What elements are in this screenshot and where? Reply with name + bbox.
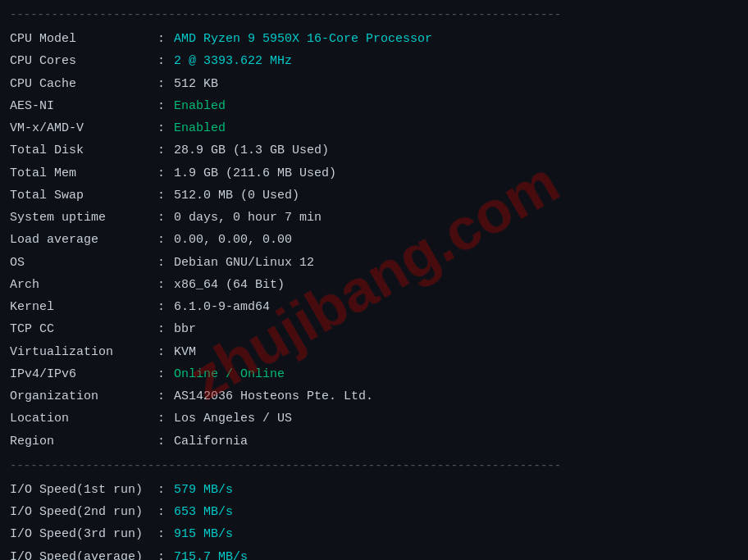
io-speed-table: I/O Speed(1st run): 579 MB/sI/O Speed(2n…: [0, 476, 748, 560]
row-label: Arch: [10, 275, 157, 294]
row-value: AS142036 Hosteons Pte. Ltd.: [174, 387, 373, 406]
row-colon: :: [157, 97, 169, 116]
row-label: I/O Speed(1st run): [10, 480, 157, 499]
row-label: IPv4/IPv6: [10, 365, 157, 384]
row-label: Kernel: [10, 298, 157, 316]
row-colon: :: [157, 208, 169, 227]
row-label: Region: [10, 432, 157, 451]
table-row: Arch: x86_64 (64 Bit): [10, 274, 738, 296]
row-value: 2 @ 3393.622 MHz: [174, 52, 292, 71]
row-colon: :: [157, 298, 169, 316]
table-row: Total Swap: 512.0 MB (0 Used): [10, 184, 738, 207]
table-row: CPU Model: AMD Ryzen 9 5950X 16-Core Pro…: [10, 28, 738, 50]
row-colon: :: [157, 432, 169, 451]
system-info-table: CPU Model: AMD Ryzen 9 5950X 16-Core Pro…: [0, 25, 748, 456]
row-colon: :: [157, 480, 169, 499]
row-colon: :: [157, 141, 169, 160]
middle-divider: ----------------------------------------…: [0, 456, 748, 476]
row-colon: :: [157, 343, 169, 362]
table-row: Load average: 0.00, 0.00, 0.00: [10, 229, 738, 251]
row-value: 28.9 GB (1.3 GB Used): [174, 141, 329, 160]
table-row: TCP CC: bbr: [10, 318, 738, 340]
row-label: Load average: [10, 230, 157, 249]
row-value: 915 MB/s: [174, 525, 233, 544]
top-divider: ----------------------------------------…: [0, 5, 748, 25]
row-value: California: [174, 432, 248, 451]
table-row: Location: Los Angeles / US: [10, 407, 738, 430]
row-value: 6.1.0-9-amd64: [174, 298, 270, 316]
row-colon: :: [157, 186, 169, 205]
table-row: OS: Debian GNU/Linux 12: [10, 252, 738, 274]
table-row: I/O Speed(1st run): 579 MB/s: [10, 479, 738, 501]
row-value: Online / Online: [174, 365, 285, 384]
row-value: 653 MB/s: [174, 503, 233, 521]
row-label: VM-x/AMD-V: [10, 119, 157, 138]
row-value: Enabled: [174, 119, 226, 138]
row-value: 0.00, 0.00, 0.00: [174, 230, 292, 249]
row-colon: :: [157, 52, 169, 71]
table-row: Kernel: 6.1.0-9-amd64: [10, 296, 738, 318]
table-row: Region: California: [10, 430, 738, 453]
row-value: 512 KB: [174, 75, 218, 93]
table-row: CPU Cores: 2 @ 3393.622 MHz: [10, 50, 738, 72]
row-label: OS: [10, 253, 157, 272]
table-row: Organization: AS142036 Hosteons Pte. Ltd…: [10, 385, 738, 407]
row-colon: :: [157, 320, 169, 339]
table-row: I/O Speed(2nd run): 653 MB/s: [10, 501, 738, 523]
row-label: CPU Cache: [10, 75, 157, 93]
row-label: I/O Speed(average): [10, 548, 157, 561]
row-label: System uptime: [10, 208, 157, 227]
row-value: Enabled: [174, 97, 226, 116]
row-label: CPU Cores: [10, 52, 157, 71]
row-label: Virtualization: [10, 343, 157, 362]
row-label: AES-NI: [10, 97, 157, 116]
row-value: 512.0 MB (0 Used): [174, 186, 299, 205]
row-colon: :: [157, 525, 169, 544]
row-value: Debian GNU/Linux 12: [174, 253, 314, 272]
row-colon: :: [157, 275, 169, 294]
row-colon: :: [157, 253, 169, 272]
row-value: 579 MB/s: [174, 480, 233, 499]
row-colon: :: [157, 230, 169, 249]
row-label: Total Disk: [10, 141, 157, 160]
row-colon: :: [157, 119, 169, 138]
row-colon: :: [157, 387, 169, 406]
row-label: I/O Speed(2nd run): [10, 503, 157, 521]
table-row: VM-x/AMD-V: Enabled: [10, 117, 738, 139]
row-colon: :: [157, 30, 169, 48]
table-row: Total Disk: 28.9 GB (1.3 GB Used): [10, 139, 738, 162]
row-value: 715.7 MB/s: [174, 548, 248, 561]
table-row: AES-NI: Enabled: [10, 95, 738, 117]
terminal-window: ----------------------------------------…: [0, 0, 748, 560]
row-label: Location: [10, 409, 157, 428]
row-colon: :: [157, 365, 169, 384]
row-label: I/O Speed(3rd run): [10, 525, 157, 544]
table-row: Virtualization: KVM: [10, 341, 738, 363]
row-colon: :: [157, 548, 169, 561]
table-row: I/O Speed(3rd run): 915 MB/s: [10, 523, 738, 545]
row-value: 0 days, 0 hour 7 min: [174, 208, 322, 227]
table-row: IPv4/IPv6: Online / Online: [10, 363, 738, 385]
table-row: Total Mem: 1.9 GB (211.6 MB Used): [10, 162, 738, 184]
table-row: System uptime: 0 days, 0 hour 7 min: [10, 207, 738, 229]
row-value: x86_64 (64 Bit): [174, 275, 285, 294]
table-row: I/O Speed(average): 715.7 MB/s: [10, 546, 738, 561]
row-colon: :: [157, 164, 169, 183]
row-label: Total Mem: [10, 164, 157, 183]
row-label: CPU Model: [10, 30, 157, 48]
row-value: Los Angeles / US: [174, 409, 292, 428]
row-label: Total Swap: [10, 186, 157, 205]
row-value: AMD Ryzen 9 5950X 16-Core Processor: [174, 30, 432, 48]
row-colon: :: [157, 75, 169, 93]
row-colon: :: [157, 503, 169, 521]
row-colon: :: [157, 409, 169, 428]
row-value: KVM: [174, 343, 196, 362]
table-row: CPU Cache: 512 KB: [10, 73, 738, 95]
row-value: 1.9 GB (211.6 MB Used): [174, 164, 336, 183]
row-label: Organization: [10, 387, 157, 406]
row-value: bbr: [174, 320, 196, 339]
row-label: TCP CC: [10, 320, 157, 339]
